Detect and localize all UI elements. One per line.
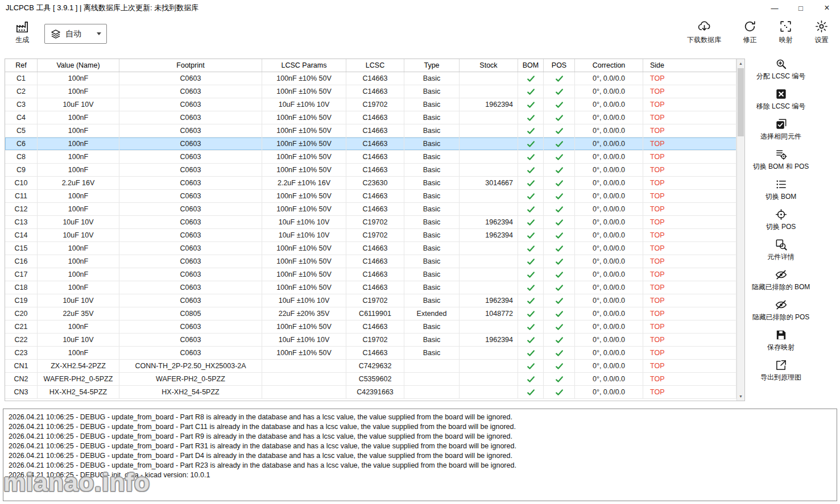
cell-side: TOP xyxy=(643,268,736,281)
pos-check-icon xyxy=(555,74,564,83)
mode-select[interactable]: 自动 xyxy=(44,24,107,44)
part-details-button[interactable]: 元件详情 xyxy=(741,235,821,265)
cell-value: 100nF xyxy=(38,151,119,163)
assign-lcsc-button[interactable]: 分配 LCSC 编号 xyxy=(741,55,821,84)
column-header-pos[interactable]: POS xyxy=(544,59,575,72)
cell-stock xyxy=(460,242,518,255)
table-row-C9[interactable]: C9100nFC0603100nF ±10% 50VC14663Basic0°,… xyxy=(5,164,736,177)
cell-correction: 0°, 0.0/0.0 xyxy=(575,98,643,111)
cell-params: 100nF ±10% 50V xyxy=(262,347,346,359)
table-row-C11[interactable]: C11100nFC0603100nF ±10% 50VC14663Basic0°… xyxy=(5,190,736,203)
bom-check-icon xyxy=(527,140,535,148)
column-header-footprint[interactable]: Footprint xyxy=(119,59,262,72)
table-row-C10[interactable]: C102.2uF 16VC06032.2uF ±10% 16VC23630Bas… xyxy=(5,177,736,190)
table-row-C16[interactable]: C16100nFC0603100nF ±10% 50VC14663Basic0°… xyxy=(5,255,736,268)
cell-pos xyxy=(544,242,575,255)
minimize-button[interactable]: — xyxy=(762,0,788,16)
column-header-ref[interactable]: Ref xyxy=(5,59,38,72)
cell-lcsc: C19702 xyxy=(346,216,404,228)
cell-ref: C18 xyxy=(5,281,38,294)
sidebar-item-label: 元件详情 xyxy=(767,252,795,262)
column-header-stock[interactable]: Stock xyxy=(460,59,518,72)
table-row-C17[interactable]: C17100nFC0603100nF ±10% 50VC14663Basic0°… xyxy=(5,268,736,281)
cell-stock: 3014667 xyxy=(460,177,518,189)
table-row-C5[interactable]: C5100nFC0603100nF ±10% 50VC14663Basic0°,… xyxy=(5,124,736,138)
toggle-pos-button[interactable]: 切换 POS xyxy=(741,205,821,235)
column-header-correction[interactable]: Correction xyxy=(575,59,643,72)
log-line: 2026.04.21 10:06:25 - DEBUG - update_fro… xyxy=(9,422,831,432)
table-row-C8[interactable]: C8100nFC0603100nF ±10% 50VC14663Basic0°,… xyxy=(5,151,736,164)
bom-check-icon xyxy=(527,74,535,83)
close-button[interactable]: × xyxy=(814,0,840,16)
cell-footprint: C0603 xyxy=(119,281,262,294)
table-row-C13[interactable]: C1310uF 10VC060310uF ±10% 10VC19702Basic… xyxy=(5,216,736,229)
cell-value: ZX-XH2.54-2PZZ xyxy=(38,360,119,372)
generate-button[interactable]: 生成 xyxy=(8,19,36,45)
table-row-C2[interactable]: C2100nFC0603100nF ±10% 50VC14663Basic0°,… xyxy=(5,85,736,98)
correct-button[interactable]: 修正 xyxy=(743,19,757,45)
column-header-params[interactable]: LCSC Params xyxy=(262,59,346,72)
table-row-C22[interactable]: C2210uF 10VC060310uF ±10% 10VC19702Basic… xyxy=(5,334,736,347)
cell-side: TOP xyxy=(643,347,736,359)
watermark: mianao.info xyxy=(3,468,150,497)
column-header-bom[interactable]: BOM xyxy=(518,59,544,72)
table-row-C3[interactable]: C310uF 10VC060310uF ±10% 10VC19702Basic1… xyxy=(5,98,736,111)
cell-lcsc: C19702 xyxy=(346,334,404,346)
cell-bom xyxy=(518,294,544,307)
cell-value: 10uF 10V xyxy=(38,294,119,307)
cell-correction: 0°, 0.0/0.0 xyxy=(575,124,643,137)
table-row-C6[interactable]: C6100nFC0603100nF ±10% 50VC14663Basic0°,… xyxy=(5,138,736,151)
remove-lcsc-icon xyxy=(775,88,788,101)
column-header-side[interactable]: Side xyxy=(643,59,736,72)
settings-button[interactable]: 设置 xyxy=(814,19,829,45)
table-row-CN2[interactable]: CN2WAFER-PH2_0-5PZZWAFER-PH2_0-5PZZC5359… xyxy=(5,373,736,386)
scrollbar-down-arrow[interactable]: ▼ xyxy=(737,392,744,401)
table-row-CN1[interactable]: CN1ZX-XH2.54-2PZZCONN-TH_2P-P2.50_HX2500… xyxy=(5,360,736,373)
maximize-button[interactable]: □ xyxy=(788,0,814,16)
table-row-C15[interactable]: C15100nFC0603100nF ±10% 50VC14663Basic0°… xyxy=(5,242,736,255)
cell-lcsc: C14663 xyxy=(346,111,404,124)
cell-type: Basic xyxy=(404,242,460,255)
cell-type: Basic xyxy=(404,334,460,346)
table-row-C14[interactable]: C1410uF 10VC060310uF ±10% 10VC19702Basic… xyxy=(5,229,736,242)
cell-stock xyxy=(460,190,518,202)
save-mapping-button[interactable]: 保存映射 xyxy=(741,326,821,355)
cell-type xyxy=(404,373,460,385)
cell-footprint: C0603 xyxy=(119,177,262,189)
toggle-bom-button[interactable]: 切换 BOM xyxy=(741,175,821,205)
cell-correction: 0°, 0.0/0.0 xyxy=(575,347,643,359)
bom-check-icon xyxy=(527,336,535,344)
toggle-pos-icon xyxy=(775,208,788,221)
toggle-bom-pos-button[interactable]: 切换 BOM 和 POS xyxy=(741,145,821,174)
cell-ref: CN3 xyxy=(5,386,38,398)
mapping-button[interactable]: 映射 xyxy=(779,19,793,45)
table-row-C19[interactable]: C1910uF 10VC060310uF ±10% 10VC19702Basic… xyxy=(5,294,736,307)
cell-lcsc: C14663 xyxy=(346,72,404,85)
cell-lcsc: C7429632 xyxy=(346,360,404,372)
column-header-type[interactable]: Type xyxy=(404,59,460,72)
cell-correction: 0°, 0.0/0.0 xyxy=(575,386,643,398)
hide-excluded-pos-button[interactable]: 隐藏已排除的 POS xyxy=(741,295,821,325)
cell-ref: C21 xyxy=(5,320,38,333)
column-header-lcsc[interactable]: LCSC xyxy=(346,59,404,72)
titlebar: JLCPCB 工具 [ 3.9.1 ] | 离线数据库上次更新: 未找到数据库 … xyxy=(0,0,840,16)
pos-check-icon xyxy=(555,310,564,318)
cell-params: 100nF ±10% 50V xyxy=(262,255,346,268)
table-row-CN3[interactable]: CN3HX-XH2_54-5PZZHX-XH2_54-5PZZC42391663… xyxy=(5,386,736,399)
table-row-C4[interactable]: C4100nFC0603100nF ±10% 50VC14663Basic0°,… xyxy=(5,111,736,124)
table-row-C18[interactable]: C18100nFC0603100nF ±10% 50VC14663Basic0°… xyxy=(5,281,736,294)
table-row-C20[interactable]: C2022uF 35VC080522uF ±20% 35VC6119901Ext… xyxy=(5,307,736,320)
side-value: TOP xyxy=(650,349,664,357)
select-same-parts-button[interactable]: 选择相同元件 xyxy=(741,115,821,144)
table-row-C21[interactable]: C21100nFC0603100nF ±10% 50VC14663Basic0°… xyxy=(5,320,736,334)
hide-excluded-bom-button[interactable]: 隐藏已排除的 BOM xyxy=(741,265,821,295)
remove-lcsc-button[interactable]: 移除 LCSC 编号 xyxy=(741,85,821,114)
cell-bom xyxy=(518,320,544,333)
download-database-button[interactable]: 下载数据库 xyxy=(687,19,721,45)
cell-correction: 0°, 0.0/0.0 xyxy=(575,164,643,176)
export-schematic-button[interactable]: 导出到原理图 xyxy=(741,356,821,385)
column-header-value[interactable]: Value (Name) xyxy=(38,59,119,72)
table-row-C23[interactable]: C23100nFC0603100nF ±10% 50VC14663Basic0°… xyxy=(5,347,736,360)
table-row-C12[interactable]: C12100nFC0603100nF ±10% 50VC14663Basic0°… xyxy=(5,203,736,216)
table-row-C1[interactable]: C1100nFC0603100nF ±10% 50VC14663Basic0°,… xyxy=(5,72,736,85)
